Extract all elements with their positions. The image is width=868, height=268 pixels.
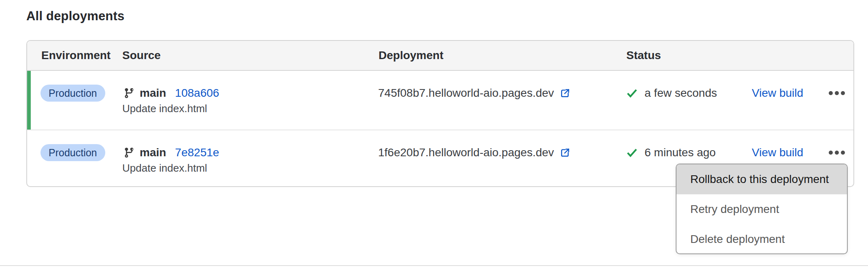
menu-item-delete[interactable]: Delete deployment — [677, 224, 847, 254]
commit-link[interactable]: 108a606 — [175, 87, 219, 100]
status-time: a few seconds — [645, 87, 717, 100]
git-branch-icon — [123, 87, 135, 99]
dot — [829, 151, 833, 155]
table-row: Production main 108a606 Update index.htm… — [27, 71, 853, 130]
dot — [835, 151, 839, 155]
row-actions-ellipsis-icon[interactable] — [829, 89, 845, 98]
view-build-link[interactable]: View build — [752, 146, 803, 159]
external-link-icon[interactable] — [560, 147, 570, 158]
active-deployment-bar — [27, 71, 31, 130]
external-link-icon[interactable] — [560, 88, 570, 99]
commit-link[interactable]: 7e8251e — [175, 146, 219, 159]
column-header-status: Status — [626, 41, 661, 70]
success-check-icon — [626, 87, 638, 99]
deployment-url: 1f6e20b7.helloworld-aio.pages.dev — [378, 146, 554, 159]
column-header-deployment: Deployment — [379, 41, 443, 70]
row-actions-menu: Rollback to this deployment Retry deploy… — [676, 164, 848, 254]
commit-message: Update index.html — [122, 162, 207, 174]
environment-badge: Production — [40, 85, 105, 102]
git-branch-icon — [123, 147, 135, 158]
menu-item-rollback[interactable]: Rollback to this deployment — [677, 164, 847, 194]
row-actions-ellipsis-icon[interactable] — [829, 148, 845, 157]
page-title: All deployments — [26, 9, 124, 23]
dot — [835, 91, 839, 95]
page-bottom-divider — [0, 265, 868, 266]
menu-item-retry[interactable]: Retry deployment — [677, 194, 847, 224]
environment-badge: Production — [40, 144, 105, 161]
dot — [829, 91, 833, 95]
success-check-icon — [626, 147, 638, 159]
status-time: 6 minutes ago — [645, 146, 716, 159]
column-header-source: Source — [122, 41, 161, 70]
dot — [841, 91, 845, 95]
dot — [841, 151, 845, 155]
branch-name: main — [140, 87, 166, 100]
deployment-url: 745f08b7.helloworld-aio.pages.dev — [378, 87, 554, 100]
table-header-row: Environment Source Deployment Status — [27, 41, 853, 71]
branch-name: main — [140, 146, 166, 159]
view-build-link[interactable]: View build — [752, 87, 803, 100]
column-header-environment: Environment — [41, 41, 111, 70]
commit-message: Update index.html — [122, 102, 207, 115]
